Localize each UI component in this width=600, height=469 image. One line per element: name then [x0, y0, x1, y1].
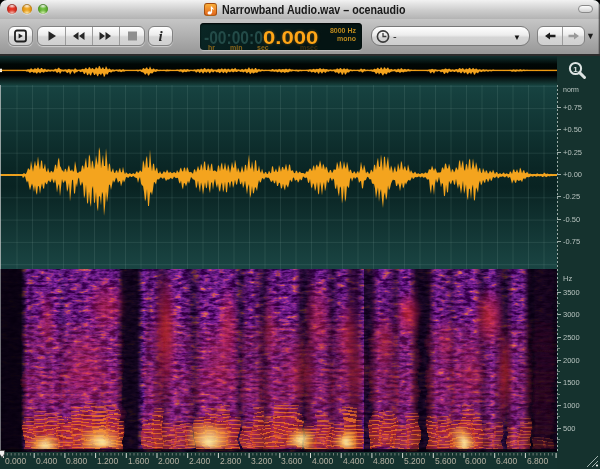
svg-text:1: 1	[573, 65, 578, 74]
